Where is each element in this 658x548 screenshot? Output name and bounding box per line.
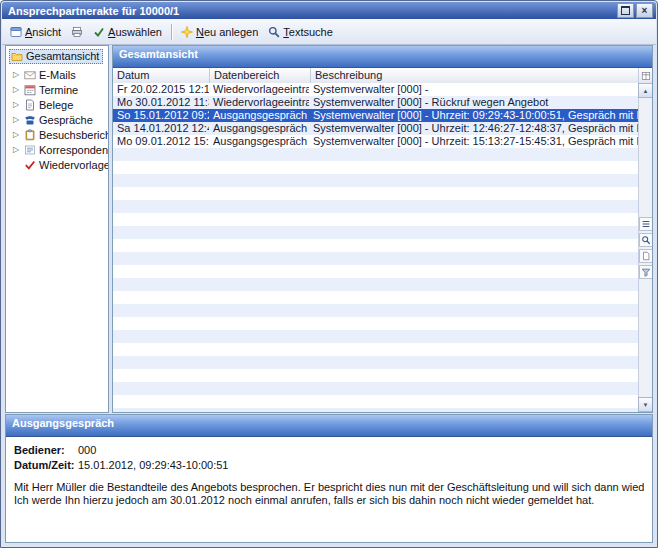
window: Ansprechpartnerakte für 10000/1 × Ansich… <box>0 0 658 548</box>
filter-button[interactable] <box>639 265 653 279</box>
cell-datum <box>113 161 209 174</box>
cell-datum: Sa 14.01.2012 12:46 <box>113 122 209 135</box>
scroll-up-button[interactable]: ▲ <box>638 83 652 98</box>
table-row-empty[interactable] <box>113 382 639 395</box>
detail-field: Bediener:000 <box>14 442 644 457</box>
restore-button[interactable] <box>617 3 634 18</box>
table-row-empty[interactable] <box>113 252 639 265</box>
sidebar-item-belege[interactable]: ▷ Belege <box>7 97 107 112</box>
expander-icon[interactable]: ▷ <box>13 101 21 109</box>
table-row-empty[interactable] <box>113 343 639 356</box>
sidebar-item-wiedervorlagen[interactable]: Wiedervorlagen <box>7 157 107 172</box>
vertical-scrollbar[interactable]: ▲ ▼ <box>638 83 652 412</box>
cell-datum <box>113 343 209 356</box>
close-button[interactable]: × <box>636 3 653 18</box>
calendar-icon <box>24 84 36 96</box>
auswaehlen-button[interactable]: Auswählen <box>89 24 166 40</box>
cell-datum <box>113 330 209 343</box>
cell-datenbereich <box>209 395 309 408</box>
close-icon: × <box>642 6 648 16</box>
table-row-empty[interactable] <box>113 226 639 239</box>
report-icon <box>24 129 36 141</box>
expander-icon[interactable]: ▷ <box>13 71 21 79</box>
column-header-datenbereich[interactable]: Datenbereich <box>210 68 311 83</box>
neu-anlegen-button[interactable]: Neu anlegen <box>177 24 262 40</box>
restore-icon <box>621 6 630 15</box>
table-row-empty[interactable] <box>113 317 639 330</box>
sidebar-item-termine[interactable]: ▷ Termine <box>7 82 107 97</box>
table-row-empty[interactable] <box>113 291 639 304</box>
table-row-empty[interactable] <box>113 200 639 213</box>
expander-icon[interactable]: ▷ <box>13 131 21 139</box>
table-row[interactable]: Mo 09.01.2012 15:13 Ausgangsgespräch Sys… <box>113 135 639 148</box>
column-header-datum[interactable]: Datum <box>113 68 210 83</box>
table-row-empty[interactable] <box>113 161 639 174</box>
expander-icon[interactable]: ▷ <box>13 116 21 124</box>
cell-beschreibung: Systemverwalter [000] - Uhrzeit: 12:46:2… <box>309 122 639 135</box>
table-row[interactable]: Fr 20.02.2015 12:18 Wiedervorlageeintrag… <box>113 83 639 96</box>
sidebar-item-besuchsberichte[interactable]: ▷ Besuchsberichte <box>7 127 107 142</box>
toolbar: Ansicht Auswählen Neu anlegen Textsuche <box>2 19 656 45</box>
letter-icon <box>24 144 36 156</box>
scroll-down-button[interactable]: ▼ <box>638 397 652 412</box>
table-row-empty[interactable] <box>113 395 639 408</box>
cell-datenbereich <box>209 408 309 412</box>
sidebar-item-label: Gespräche <box>39 114 93 126</box>
page-button[interactable] <box>639 249 653 263</box>
sidebar-item-label: Belege <box>39 99 73 111</box>
zoom-button[interactable] <box>639 233 653 247</box>
table-row[interactable]: So 15.01.2012 09:29 Ausgangsgespräch Sys… <box>113 109 639 122</box>
main-panel: Gesamtansicht DatumDatenbereichBeschreib… <box>112 45 653 413</box>
expander-icon[interactable]: ▷ <box>13 146 21 154</box>
sidebar-item-label: E-Mails <box>39 69 76 81</box>
cell-datum <box>113 200 209 213</box>
table-row-empty[interactable] <box>113 174 639 187</box>
sidebar-item-e-mails[interactable]: ▷ E-Mails <box>7 67 107 82</box>
column-options-button[interactable] <box>638 68 652 84</box>
cell-datenbereich <box>209 343 309 356</box>
expander-icon[interactable]: ▷ <box>13 86 21 94</box>
cell-datenbereich <box>209 330 309 343</box>
zoom-icon <box>641 235 651 245</box>
sidebar-item-korrespondenzen[interactable]: ▷ Korrespondenzen <box>7 142 107 157</box>
table-row[interactable]: Sa 14.01.2012 12:46 Ausgangsgespräch Sys… <box>113 122 639 135</box>
cell-datum <box>113 317 209 330</box>
print-button[interactable] <box>67 24 87 40</box>
table-row-empty[interactable] <box>113 408 639 412</box>
list-button[interactable] <box>639 217 653 231</box>
scrollbar-track[interactable] <box>639 98 652 397</box>
print-icon <box>71 26 83 38</box>
sidebar-item-gespr-che[interactable]: ▷ Gespräche <box>7 112 107 127</box>
table-row-empty[interactable] <box>113 369 639 382</box>
table-row-empty[interactable] <box>113 213 639 226</box>
table-row-empty[interactable] <box>113 278 639 291</box>
detail-field-label: Bediener: <box>14 444 78 456</box>
table-row-empty[interactable] <box>113 187 639 200</box>
table-row-empty[interactable] <box>113 148 639 161</box>
cell-beschreibung <box>309 291 639 304</box>
neu-anlegen-button-label: Neu anlegen <box>196 26 258 38</box>
page-icon <box>641 251 651 261</box>
cell-datum <box>113 226 209 239</box>
table-row[interactable]: Mo 30.01.2012 11:30 Wiedervorlageeintrag… <box>113 96 639 109</box>
cell-beschreibung <box>309 213 639 226</box>
table-body: Fr 20.02.2015 12:18 Wiedervorlageeintrag… <box>113 83 639 412</box>
column-header-beschreibung[interactable]: Beschreibung <box>311 68 639 83</box>
window-title: Ansprechpartnerakte für 10000/1 <box>8 5 617 17</box>
sidebar-item-label: Besuchsberichte <box>39 129 109 141</box>
cell-datum <box>113 395 209 408</box>
cell-beschreibung: Systemverwalter [000] - Rückruf wegen An… <box>309 96 639 109</box>
ansicht-icon <box>10 26 22 38</box>
cell-datum <box>113 174 209 187</box>
table-row-empty[interactable] <box>113 330 639 343</box>
table-row-empty[interactable] <box>113 304 639 317</box>
cell-datum <box>113 213 209 226</box>
table-row-empty[interactable] <box>113 265 639 278</box>
sidebar-item-gesamtansicht[interactable]: Gesamtansicht <box>9 49 103 64</box>
ansicht-button[interactable]: Ansicht <box>6 24 65 40</box>
table-row-empty[interactable] <box>113 356 639 369</box>
detail-spacer <box>14 472 644 481</box>
titlebar[interactable]: Ansprechpartnerakte für 10000/1 × <box>2 2 656 19</box>
table-row-empty[interactable] <box>113 239 639 252</box>
textsuche-button[interactable]: Textsuche <box>264 24 337 40</box>
